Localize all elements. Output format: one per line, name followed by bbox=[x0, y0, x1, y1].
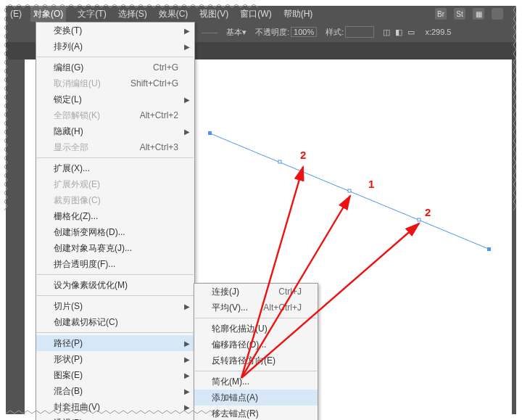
object-menu-item-10[interactable]: 扩展(X)... bbox=[36, 160, 194, 176]
object-menu-item-14[interactable]: 创建渐变网格(D)... bbox=[36, 224, 194, 240]
path-menu-item-5[interactable]: 反转路径方向(E) bbox=[194, 353, 318, 368]
object-menu-item-0[interactable]: 变换(T)▶ bbox=[36, 22, 194, 38]
path-menu-item-9-label: 移去锚点(R) bbox=[212, 408, 259, 420]
chevron-right-icon: ▶ bbox=[184, 302, 190, 310]
menubar[interactable]: (E) 对象(O) 文字(T) 选择(S) 效果(C) 视图(V) 窗口(W) … bbox=[6, 6, 516, 22]
object-menu-item-1-label: 排列(A) bbox=[54, 41, 83, 53]
x-label: x: bbox=[425, 28, 431, 36]
path-menu-item-0-label: 连接(J) bbox=[212, 286, 239, 298]
object-menu-item-23[interactable]: 路径(P)▶ bbox=[36, 335, 194, 351]
object-menu-item-6-label: 全部解锁(K) bbox=[54, 110, 100, 122]
opacity-field[interactable]: 100% bbox=[291, 27, 317, 37]
tool-panel[interactable] bbox=[6, 22, 20, 413]
object-menu-item-24[interactable]: 形状(P)▶ bbox=[36, 351, 194, 367]
object-menu-item-8[interactable]: 显示全部Alt+Ctrl+3 bbox=[36, 139, 194, 155]
grid-icon[interactable]: ▦ bbox=[473, 8, 484, 20]
menu-view[interactable]: 视图(V) bbox=[199, 6, 228, 22]
align-icons[interactable]: ◫ ◧ ▭ bbox=[383, 28, 416, 37]
object-menu-item-27-label: 封套扭曲(V) bbox=[54, 401, 100, 413]
path-menu-item-7-label: 简化(M)... bbox=[212, 376, 249, 388]
style-box[interactable] bbox=[345, 26, 374, 38]
menu-edit[interactable]: (E) bbox=[10, 6, 22, 22]
opacity-label: 不透明度: bbox=[255, 27, 289, 38]
object-menu-item-6[interactable]: 全部解锁(K)Alt+Ctrl+2 bbox=[36, 107, 194, 123]
object-menu-item-16-label: 拼合透明度(F)... bbox=[54, 258, 115, 271]
path-menu-item-4-label: 偏移路径(O)... bbox=[212, 339, 266, 351]
object-menu-item-13-label: 栅格化(Z)... bbox=[54, 210, 98, 223]
path-menu-item-3-label: 轮廓化描边(U) bbox=[212, 323, 268, 335]
object-menu-item-27[interactable]: 封套扭曲(V)▶ bbox=[36, 399, 194, 415]
chevron-right-icon: ▶ bbox=[184, 403, 190, 411]
object-menu-item-12[interactable]: 裁剪图像(C) bbox=[36, 192, 194, 208]
path-menu-item-5-label: 反转路径方向(E) bbox=[212, 355, 276, 367]
object-menu-item-4[interactable]: 取消编组(U)Shift+Ctrl+G bbox=[36, 75, 194, 91]
chevron-right-icon: ▶ bbox=[184, 128, 190, 136]
object-menu-item-26-label: 混合(B) bbox=[54, 385, 83, 398]
path-menu-item-1-label: 平均(V)... bbox=[212, 302, 248, 314]
menu-help[interactable]: 帮助(H) bbox=[283, 6, 313, 22]
object-menu: 变换(T)▶排列(A)▶编组(G)Ctrl+G取消编组(U)Shift+Ctrl… bbox=[36, 22, 195, 420]
path-menu-item-7[interactable]: 简化(M)... bbox=[194, 374, 318, 390]
chevron-right-icon: ▶ bbox=[184, 96, 190, 104]
path-menu-item-8[interactable]: 添加锚点(A) bbox=[194, 390, 318, 405]
object-menu-item-14-label: 创建渐变网格(D)... bbox=[54, 226, 125, 239]
menu-select[interactable]: 选择(S) bbox=[118, 6, 147, 22]
object-menu-item-15-label: 创建对象马赛克(J)... bbox=[54, 242, 132, 255]
path-menu-item-4[interactable]: 偏移路径(O)... bbox=[194, 337, 318, 353]
menu-window[interactable]: 窗口(W) bbox=[240, 6, 271, 22]
object-menu-item-12-label: 裁剪图像(C) bbox=[54, 194, 101, 207]
chevron-right-icon: ▶ bbox=[184, 43, 190, 51]
object-menu-item-7[interactable]: 隐藏(H)▶ bbox=[36, 123, 194, 139]
path-submenu: 连接(J)Ctrl+J平均(V)...Alt+Ctrl+J轮廓化描边(U)偏移路… bbox=[194, 283, 318, 420]
path-menu-item-1[interactable]: 平均(V)...Alt+Ctrl+J bbox=[194, 300, 318, 316]
object-menu-item-28[interactable]: 透视(P)▶ bbox=[36, 415, 194, 420]
object-menu-item-4-label: 取消编组(U) bbox=[54, 78, 101, 90]
object-menu-item-25[interactable]: 图案(E)▶ bbox=[36, 367, 194, 383]
chevron-right-icon: ▶ bbox=[184, 355, 190, 363]
object-menu-item-5-label: 锁定(L) bbox=[54, 94, 82, 106]
st-icon[interactable]: St bbox=[454, 8, 465, 20]
menu-object[interactable]: 对象(O) bbox=[30, 6, 66, 22]
chevron-right-icon: ▶ bbox=[184, 387, 190, 395]
x-value[interactable]: 299.5 bbox=[431, 28, 452, 36]
path-menu-item-9[interactable]: 移去锚点(R) bbox=[194, 405, 318, 420]
object-menu-item-18[interactable]: 设为像素级优化(M) bbox=[36, 277, 194, 293]
object-menu-item-25-label: 图案(E) bbox=[54, 369, 83, 382]
misc-icon[interactable] bbox=[492, 8, 503, 20]
object-menu-item-3-label: 编组(G) bbox=[54, 62, 83, 74]
object-menu-item-18-label: 设为像素级优化(M) bbox=[54, 279, 128, 292]
menu-type[interactable]: 文字(T) bbox=[78, 6, 106, 22]
object-menu-item-11[interactable]: 扩展外观(E) bbox=[36, 176, 194, 192]
br-icon[interactable]: Br bbox=[435, 8, 447, 20]
path-menu-item-8-label: 添加锚点(A) bbox=[212, 392, 258, 404]
menu-effect[interactable]: 效果(C) bbox=[159, 6, 188, 22]
style-label: 样式: bbox=[326, 27, 344, 38]
object-menu-item-26[interactable]: 混合(B)▶ bbox=[36, 383, 194, 399]
object-menu-item-1[interactable]: 排列(A)▶ bbox=[36, 38, 194, 54]
object-menu-item-3[interactable]: 编组(G)Ctrl+G bbox=[36, 59, 194, 75]
object-menu-item-15[interactable]: 创建对象马赛克(J)... bbox=[36, 240, 194, 256]
object-menu-item-28-label: 透视(P) bbox=[54, 417, 83, 421]
object-menu-item-0-label: 变换(T) bbox=[54, 25, 82, 37]
object-menu-item-10-label: 扩展(X)... bbox=[54, 162, 90, 175]
object-menu-item-7-label: 隐藏(H) bbox=[54, 125, 83, 138]
chevron-right-icon: ▶ bbox=[184, 27, 190, 35]
path-menu-item-0[interactable]: 连接(J)Ctrl+J bbox=[194, 284, 318, 300]
object-menu-item-20[interactable]: 切片(S)▶ bbox=[36, 298, 194, 314]
object-menu-item-21-label: 创建裁切标记(C) bbox=[54, 316, 118, 329]
chevron-right-icon: ▶ bbox=[184, 339, 190, 347]
basic-dropdown[interactable]: 基本 ▾ bbox=[226, 27, 246, 38]
object-menu-item-24-label: 形状(P) bbox=[54, 353, 83, 366]
object-menu-item-16[interactable]: 拼合透明度(F)... bbox=[36, 256, 194, 272]
object-menu-item-21[interactable]: 创建裁切标记(C) bbox=[36, 314, 194, 330]
object-menu-item-23-label: 路径(P) bbox=[54, 337, 83, 350]
path-menu-item-3[interactable]: 轮廓化描边(U) bbox=[194, 321, 318, 337]
object-menu-item-13[interactable]: 栅格化(Z)... bbox=[36, 208, 194, 224]
object-menu-item-8-label: 显示全部 bbox=[54, 141, 88, 154]
object-menu-item-5[interactable]: 锁定(L)▶ bbox=[36, 91, 194, 107]
object-menu-item-20-label: 切片(S) bbox=[54, 300, 83, 313]
object-menu-item-11-label: 扩展外观(E) bbox=[54, 178, 100, 191]
chevron-right-icon: ▶ bbox=[184, 371, 190, 379]
menubar-icon-group: Br St ▦ bbox=[435, 8, 516, 20]
